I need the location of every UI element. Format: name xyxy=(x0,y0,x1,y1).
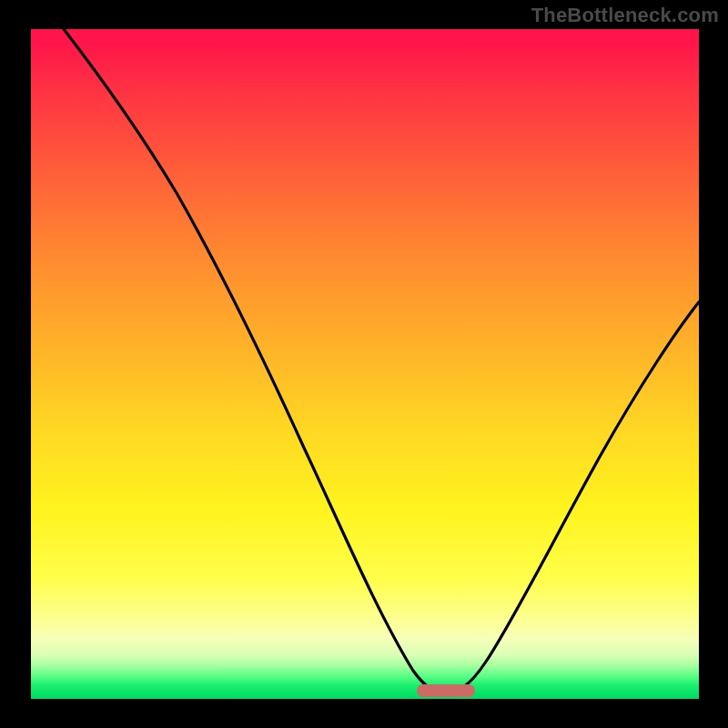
plot-area xyxy=(31,29,699,699)
curve-path xyxy=(64,29,699,693)
bottleneck-curve xyxy=(31,29,699,699)
optimal-marker xyxy=(417,684,475,697)
chart-frame: TheBottleneck.com xyxy=(0,0,728,728)
watermark-text: TheBottleneck.com xyxy=(531,4,719,27)
